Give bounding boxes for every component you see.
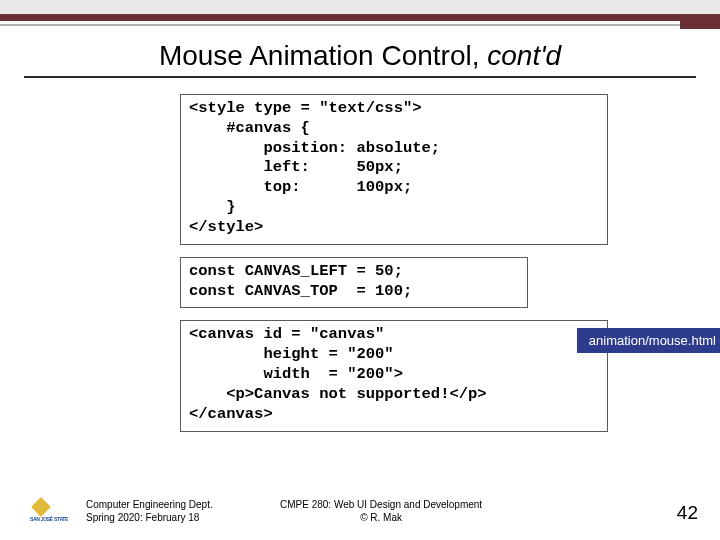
footer: SAN JOSÉ STATE Computer Engineering Dept… [0, 486, 720, 530]
stripe-maroon [0, 14, 720, 21]
course-line2: © R. Mak [280, 511, 482, 524]
title-text: Mouse Animation Control, [159, 40, 487, 71]
logo-diamond-icon [31, 497, 51, 517]
logo-text: SAN JOSÉ STATE [30, 516, 68, 522]
course-info: CMPE 280: Web UI Design and Development … [280, 498, 482, 524]
dept-line1: Computer Engineering Dept. [86, 498, 213, 511]
slide-title: Mouse Animation Control, cont'd [0, 40, 720, 72]
dept-line2: Spring 2020: February 18 [86, 511, 213, 524]
accent-block [680, 17, 720, 29]
code-block-style: <style type = "text/css"> #canvas { posi… [180, 94, 608, 245]
title-italic: cont'd [487, 40, 561, 71]
title-underline [24, 76, 696, 78]
page-number: 42 [677, 502, 698, 524]
code-block-canvas: <canvas id = "canvas" height = "200" wid… [180, 320, 608, 431]
content-area: <style type = "text/css"> #canvas { posi… [180, 94, 640, 432]
stripe-thin [0, 24, 720, 26]
course-line1: CMPE 280: Web UI Design and Development [280, 498, 482, 511]
sjsu-logo: SAN JOSÉ STATE [30, 500, 70, 530]
file-label: animation/mouse.html [577, 328, 720, 353]
top-gray-bar [0, 0, 720, 14]
code-block-const: const CANVAS_LEFT = 50; const CANVAS_TOP… [180, 257, 528, 309]
dept-info: Computer Engineering Dept. Spring 2020: … [86, 498, 213, 524]
